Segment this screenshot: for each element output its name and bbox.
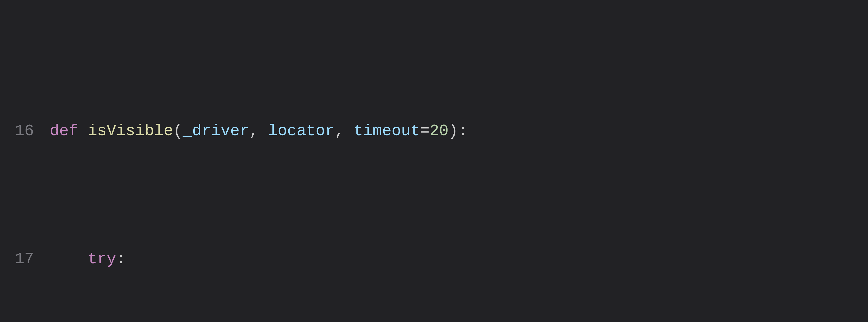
comma: , [249, 122, 268, 140]
keyword-def: def [50, 122, 88, 140]
function-name: isVisible [88, 122, 173, 140]
comma: , [335, 122, 353, 140]
paren-open: ( [173, 122, 183, 140]
colon: : [116, 250, 126, 268]
param-timeout: timeout [353, 122, 420, 140]
code-content[interactable]: try: [50, 246, 868, 272]
code-line[interactable]: 17 try: [0, 246, 868, 272]
param-driver: _driver [183, 122, 249, 140]
code-editor[interactable]: 16 def isVisible(_driver, locator, timeo… [0, 0, 868, 322]
param-locator: locator [268, 122, 335, 140]
code-line[interactable]: 16 def isVisible(_driver, locator, timeo… [0, 118, 868, 144]
paren-close-colon: ): [448, 122, 467, 140]
line-number: 16 [0, 118, 50, 144]
equals: = [420, 122, 430, 140]
line-number: 17 [0, 246, 50, 272]
keyword-try: try [88, 250, 116, 268]
code-content[interactable]: def isVisible(_driver, locator, timeout=… [50, 118, 868, 144]
number-literal: 20 [430, 122, 448, 140]
